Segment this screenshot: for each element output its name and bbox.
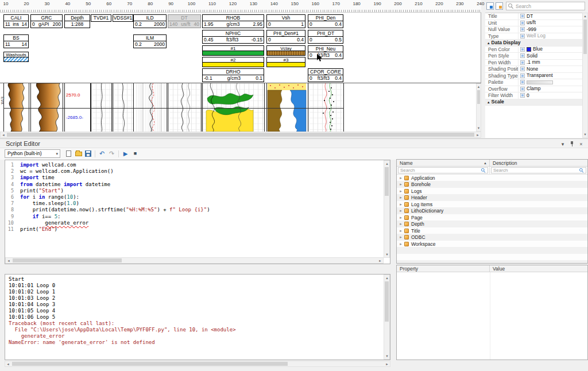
- log-header-grc[interactable]: GRC 0gAPI200: [30, 14, 63, 28]
- log-header-dt[interactable]: DT 140us/ft40: [168, 14, 201, 28]
- log-display[interactable]: 2570.0 -2685.0-: [0, 83, 481, 132]
- property-row-shading-type[interactable]: Shading TypeTransparent: [485, 73, 582, 80]
- scroll-up-icon[interactable]: ▲: [384, 161, 390, 167]
- expander-icon[interactable]: ▸: [399, 195, 403, 200]
- checkbox-icon[interactable]: [520, 80, 525, 84]
- expander-icon[interactable]: ▸: [399, 242, 403, 246]
- checkbox-icon[interactable]: [520, 53, 525, 58]
- property-row-title[interactable]: TitleDT: [485, 13, 582, 20]
- window-position-icon[interactable]: ▾: [559, 141, 566, 148]
- scroll-up-icon[interactable]: ▲: [582, 13, 588, 19]
- property-row-palette[interactable]: Palette: [485, 79, 582, 86]
- language-selector[interactable]: Python (built-in) ▾: [5, 149, 60, 158]
- log-header-vsh[interactable]: Vsh 01: [266, 14, 305, 28]
- log-header-vdss[interactable]: VDSS#1: [113, 14, 133, 22]
- checkbox-icon[interactable]: [520, 67, 525, 71]
- checkbox-icon[interactable]: [520, 34, 525, 38]
- log-header-ilm[interactable]: ILM 0.22000: [133, 34, 167, 48]
- scroll-right-icon[interactable]: ►: [475, 132, 481, 138]
- description-search-input[interactable]: [491, 167, 586, 173]
- code-editor[interactable]: 1import wellcad.com2wc = wellcad.com.App…: [5, 160, 390, 264]
- code-line[interactable]: 3import time: [5, 175, 390, 181]
- checkbox-icon[interactable]: [520, 21, 525, 25]
- new-script-button[interactable]: [64, 149, 73, 158]
- property-row-pen-color[interactable]: Pen ColorBlue: [485, 47, 582, 53]
- code-line[interactable]: 11print("End"): [5, 226, 390, 233]
- scroll-thumb[interactable]: [12, 362, 288, 366]
- scroll-thumb[interactable]: [13, 258, 122, 262]
- log-header-tvd[interactable]: TVD#1: [91, 14, 111, 22]
- dt-track[interactable]: [168, 83, 202, 132]
- resistivity-track[interactable]: [133, 83, 167, 132]
- expander-icon[interactable]: ▸: [399, 208, 403, 213]
- property-row-filter-width[interactable]: Filter Width0: [485, 92, 582, 99]
- open-script-button[interactable]: [74, 149, 83, 158]
- scroll-thumb[interactable]: [583, 20, 587, 54]
- scroll-down-icon[interactable]: ▼: [384, 353, 390, 359]
- checkbox-icon[interactable]: [520, 14, 525, 18]
- log-header-phi-den1[interactable]: PHI_Den#1 00.4: [266, 30, 305, 44]
- log-vertical-scrollbar[interactable]: ▲ ▼: [476, 83, 481, 132]
- scroll-down-icon[interactable]: ▼: [384, 252, 390, 257]
- api-tree-item-odbc[interactable]: ▸ODBC: [397, 234, 587, 241]
- scroll-left-icon[interactable]: ◄: [6, 258, 11, 264]
- scroll-left-icon[interactable]: ◄: [5, 361, 11, 367]
- code-line[interactable]: 8 print(datetime.now().strftime("%H:%M:%…: [5, 207, 390, 213]
- log-header-bs[interactable]: BS 1114: [3, 34, 29, 48]
- property-row-pen-style[interactable]: Pen StyleSolid: [485, 53, 582, 60]
- property-category-data-display[interactable]: ▴Data Display: [485, 40, 582, 47]
- scroll-down-icon[interactable]: ▼: [582, 132, 588, 137]
- log-header-nphic[interactable]: NPHIC 0.45ft3/ft3-0.15: [202, 30, 264, 44]
- undo-button[interactable]: ↶: [98, 149, 106, 158]
- scroll-thumb[interactable]: [385, 167, 389, 196]
- code-line[interactable]: 7 time.sleep(1.0): [5, 200, 390, 207]
- log-header-cpor[interactable]: CPOR_CORE 0ft3/ft30.4: [308, 68, 343, 82]
- properties-search[interactable]: [506, 2, 585, 10]
- description-search[interactable]: [490, 167, 587, 174]
- property-row-unit[interactable]: Unitus/ft: [485, 20, 582, 27]
- log-header-phi-neu[interactable]: PHI_Neu 0ft3/ft30.4: [308, 45, 343, 59]
- save-script-button[interactable]: [84, 149, 92, 158]
- collapse-icon[interactable]: ▴: [488, 40, 490, 47]
- scroll-thumb[interactable]: [385, 281, 389, 322]
- expander-icon[interactable]: ▸: [399, 202, 403, 207]
- description-column-header[interactable]: Description: [490, 160, 587, 166]
- log-header-rhob[interactable]: RHOB 1.95g/cm32.95: [202, 14, 264, 28]
- expander-icon[interactable]: ▸: [399, 222, 403, 226]
- log-header-shading1[interactable]: #1: [202, 45, 264, 56]
- log-header-phi-dt[interactable]: PHI_DT 00.5: [308, 30, 343, 44]
- console-vertical-scrollbar[interactable]: ▲ ▼: [384, 275, 390, 360]
- stop-script-button[interactable]: ■: [131, 149, 140, 158]
- checkbox-icon[interactable]: [520, 47, 525, 52]
- name-column-header[interactable]: Name▲: [397, 160, 490, 166]
- code-line[interactable]: 1import wellcad.com: [5, 162, 390, 168]
- code-line[interactable]: 2wc = wellcad.com.Application(): [5, 168, 390, 175]
- property-row-pen-width[interactable]: Pen Width.1 mm: [485, 60, 582, 67]
- property-column-header[interactable]: Property: [397, 265, 490, 272]
- api-tree-item-page[interactable]: ▸Page: [397, 214, 587, 221]
- scroll-left-icon[interactable]: ◄: [1, 132, 6, 138]
- vdss-track[interactable]: [113, 83, 134, 132]
- document-icon[interactable]: [486, 2, 494, 10]
- log-horizontal-scrollbar[interactable]: ◄ ►: [0, 132, 481, 138]
- depth-header[interactable]: Depth 1:288: [64, 14, 90, 28]
- api-tree-item-title[interactable]: ▸Title: [397, 227, 587, 234]
- api-tree-item-workspace[interactable]: ▸Workspace: [397, 241, 587, 248]
- checkbox-icon[interactable]: [520, 87, 525, 91]
- log-header-shading3[interactable]: #3: [266, 57, 305, 67]
- scroll-thumb[interactable]: [7, 133, 474, 137]
- cali-track[interactable]: [3, 83, 29, 132]
- pin-icon[interactable]: [568, 141, 575, 148]
- console-horizontal-scrollbar[interactable]: ◄ ►: [5, 361, 390, 367]
- search-input[interactable]: [516, 3, 583, 9]
- log-header-vclay[interactable]: Vclay: [266, 45, 305, 56]
- phi-track[interactable]: [308, 83, 344, 132]
- scroll-thumb[interactable]: [477, 90, 480, 104]
- rhob-track[interactable]: [202, 83, 265, 132]
- document-add-icon[interactable]: [496, 2, 503, 10]
- expander-icon[interactable]: ▸: [399, 189, 403, 194]
- value-column-header[interactable]: Value: [490, 265, 587, 272]
- scroll-right-icon[interactable]: ►: [384, 361, 390, 367]
- code-line[interactable]: 4from datetime import datetime: [5, 181, 390, 188]
- redo-button[interactable]: ↷: [107, 149, 116, 158]
